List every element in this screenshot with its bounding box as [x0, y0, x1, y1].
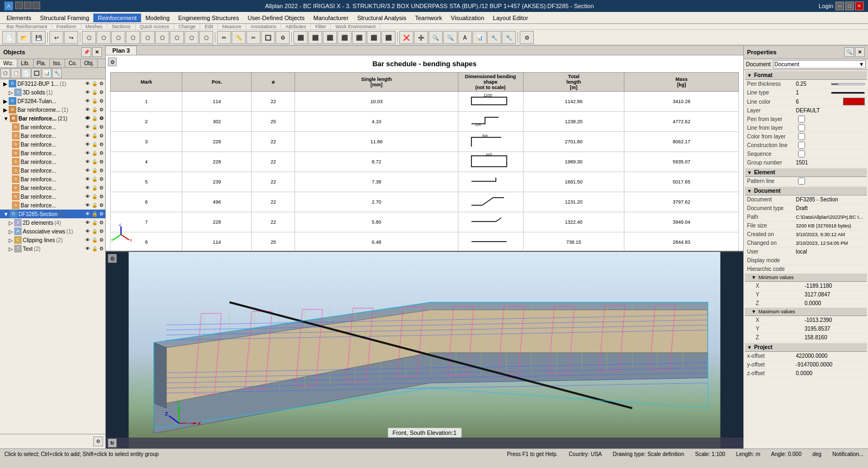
cfg-icon-s7[interactable]: ⚙: [99, 176, 104, 182]
tb-c3[interactable]: ✂: [246, 31, 260, 44]
menu-structural-framing[interactable]: Structural Framing: [36, 14, 93, 22]
tree-item-3dsolids[interactable]: ▷ 3 3D solids (1) 👁 🔒 ⚙: [0, 88, 105, 97]
menu-engineering-structures[interactable]: Engineering Structures: [174, 14, 244, 22]
eye-icon-s8[interactable]: 👁: [85, 185, 91, 191]
cfg-icon-clip[interactable]: ⚙: [99, 237, 104, 243]
tb-save[interactable]: 💾: [31, 31, 46, 44]
lock-icon-s10[interactable]: 🔒: [91, 203, 98, 208]
lp-close-button[interactable]: ✕: [92, 47, 102, 57]
eye-icon-df3285[interactable]: 👁: [85, 211, 91, 217]
lp-settings-button[interactable]: ⚙: [93, 437, 103, 446]
lock-icon-4[interactable]: 🔒: [91, 107, 98, 112]
menu-teamwork[interactable]: Teamwork: [411, 14, 446, 22]
tree-item-barreinf-sub2[interactable]: b Bar reinforce... 👁 🔒 ⚙: [0, 131, 105, 140]
lock-icon-s8[interactable]: 🔒: [91, 185, 98, 191]
lock-icon[interactable]: 🔒: [91, 81, 98, 86]
tb-e2[interactable]: ➕: [414, 31, 428, 44]
lock-icon-s6[interactable]: 🔒: [91, 168, 98, 173]
project-section-header[interactable]: ▼ Project: [745, 343, 867, 352]
tb-d4[interactable]: ⬛: [337, 31, 352, 44]
cfg-icon-5[interactable]: ⚙: [99, 116, 104, 121]
eye-icon-s6[interactable]: 👁: [85, 168, 91, 173]
lock-icon-s2[interactable]: 🔒: [91, 133, 98, 138]
tree-item-df3285[interactable]: ▼ D DF3285-Section (4) 👁 🔒 ⚙: [0, 210, 105, 218]
lock-icon-clip[interactable]: 🔒: [91, 237, 98, 243]
tb-b6[interactable]: ⬡: [155, 31, 169, 44]
cfg-icon-s4[interactable]: ⚙: [99, 150, 104, 156]
menu-modeling[interactable]: Modeling: [141, 14, 174, 22]
eye-icon-assoc[interactable]: 👁: [85, 229, 91, 234]
document-dropdown[interactable]: Document ▼: [773, 60, 866, 68]
tb-b2[interactable]: ⬡: [97, 31, 111, 44]
tb-d2[interactable]: ⬛: [308, 31, 322, 44]
sequence-cb[interactable]: [798, 150, 805, 157]
construction-line-cb[interactable]: [798, 142, 805, 149]
tree-item-barreinf-sub7[interactable]: b Bar reinforce... 👁 🔒 ⚙: [0, 175, 105, 184]
lock-icon-2d[interactable]: 🔒: [91, 220, 98, 225]
eye-icon-s10[interactable]: 👁: [85, 203, 91, 208]
tb-e4[interactable]: 🔍: [443, 31, 457, 44]
cfg-icon-s10[interactable]: ⚙: [99, 203, 104, 208]
menu-manufacturer[interactable]: Manufacturer: [309, 14, 353, 22]
lock-icon-2[interactable]: 🔒: [91, 90, 98, 95]
tb-redo[interactable]: ↪: [64, 31, 78, 44]
tb-c4[interactable]: 🔲: [261, 31, 275, 44]
tb-d1[interactable]: ⬛: [293, 31, 308, 44]
lock-icon-text[interactable]: 🔒: [91, 246, 98, 251]
eye-icon-4[interactable]: 👁: [85, 107, 91, 112]
tree-item-barreinf-sub4[interactable]: b Bar reinforce... 👁 🔒 ⚙: [0, 149, 105, 157]
pattern-line-cb[interactable]: [798, 178, 805, 185]
line-from-layer-cb[interactable]: [798, 124, 805, 131]
cfg-icon-df3285[interactable]: ⚙: [99, 211, 104, 217]
cfg-icon-2[interactable]: ⚙: [99, 90, 104, 95]
cfg-icon-2d[interactable]: ⚙: [99, 220, 104, 225]
eye-icon-s9[interactable]: 👁: [85, 194, 91, 199]
lock-icon-s9[interactable]: 🔒: [91, 194, 98, 199]
tb-e8[interactable]: 🔧: [502, 31, 516, 44]
tree-item-barreinf1[interactable]: ▶ B Bar reinforceme... (1) 👁 🔒 ⚙: [0, 105, 105, 114]
tree-item-2delements[interactable]: ▷ 2 2D elements (4) 👁 🔒 ⚙: [0, 218, 105, 227]
tb-e6[interactable]: 📊: [473, 31, 487, 44]
lock-icon-s3[interactable]: 🔒: [91, 142, 98, 147]
cfg-icon-s1[interactable]: ⚙: [99, 124, 104, 130]
menu-layout-editor[interactable]: Layout Editor: [489, 14, 533, 22]
tree-item-text[interactable]: ▷ T Text (2) 👁 🔒 ⚙: [0, 244, 105, 253]
menu-reinforcement[interactable]: Reinforcement: [93, 14, 141, 22]
eye-icon-3[interactable]: 👁: [85, 98, 91, 104]
cfg-icon-text[interactable]: ⚙: [99, 246, 104, 251]
tb-d6[interactable]: ⬛: [367, 31, 381, 44]
tb-b1[interactable]: ⬡: [82, 31, 96, 44]
eye-icon-s4[interactable]: 👁: [85, 150, 91, 156]
tree-item-barreinf-sub8[interactable]: b Bar reinforce... 👁 🔒 ⚙: [0, 184, 105, 192]
eye-icon-2[interactable]: 👁: [85, 90, 91, 95]
menu-visualization[interactable]: Visualization: [446, 14, 489, 22]
tb-new[interactable]: 📄: [2, 31, 16, 44]
lp-tb-1[interactable]: ⬡: [1, 68, 10, 78]
tab-obj[interactable]: Obj.: [81, 59, 98, 67]
lock-icon-s1[interactable]: 🔒: [91, 124, 98, 130]
lp-tb-3[interactable]: 📄: [21, 68, 31, 78]
lp-tb-4[interactable]: 🔲: [31, 68, 41, 78]
cfg-icon-s5[interactable]: ⚙: [99, 159, 104, 165]
cfg-icon-3[interactable]: ⚙: [99, 98, 104, 104]
cfg-icon-assoc[interactable]: ⚙: [99, 229, 104, 234]
tb-e3[interactable]: 🔍: [429, 31, 443, 44]
tb-f1[interactable]: ⚙: [520, 31, 534, 44]
title-bar-icons[interactable]: [15, 2, 40, 10]
rp-close-button[interactable]: ✕: [855, 47, 865, 57]
tab-wiz[interactable]: Wiz.: [0, 59, 17, 67]
view-rotate-btn[interactable]: ↻: [108, 439, 117, 447]
close-button[interactable]: ✕: [855, 2, 864, 10]
tb-b3[interactable]: ⬡: [111, 31, 125, 44]
menu-user-defined[interactable]: User-Defined Objects: [243, 14, 309, 22]
format-section-header[interactable]: ▼ Format: [745, 71, 867, 80]
eye-icon-s1[interactable]: 👁: [85, 124, 91, 130]
tab-lib[interactable]: Lib.: [17, 59, 33, 67]
eye-icon-5[interactable]: 👁: [85, 116, 91, 121]
tb-undo[interactable]: ↩: [49, 31, 63, 44]
tb-d7[interactable]: ⬛: [381, 31, 395, 44]
lock-icon-assoc[interactable]: 🔒: [91, 229, 98, 234]
element-section-header[interactable]: ▼ Element: [745, 168, 867, 177]
lock-icon-5[interactable]: 🔒: [91, 116, 98, 121]
tree-item-barreinf-sub10[interactable]: b Bar reinforce... 👁 🔒 ⚙: [0, 201, 105, 210]
